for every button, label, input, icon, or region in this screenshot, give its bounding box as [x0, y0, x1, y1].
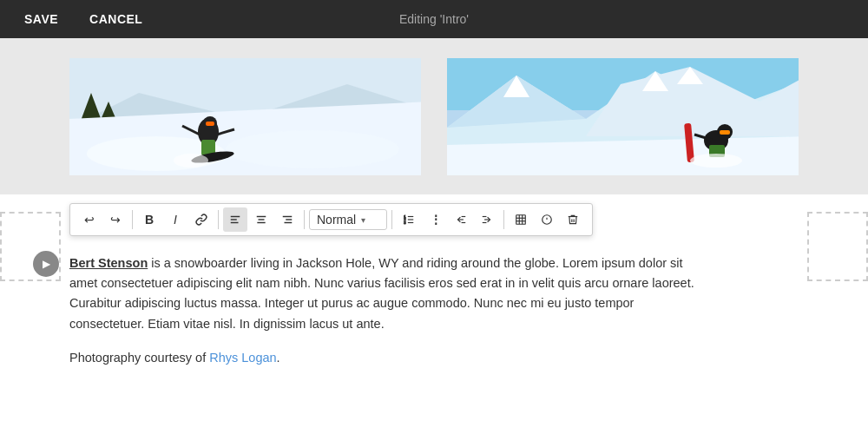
images-row — [0, 38, 868, 194]
svg-point-6 — [226, 130, 399, 168]
indent-right-button[interactable] — [475, 207, 499, 232]
photographer-link[interactable]: Rhys Logan — [209, 351, 276, 365]
paragraph-1-text: is a snowboarder living in Jackson Hole,… — [69, 256, 694, 331]
indent-left-button[interactable] — [449, 207, 473, 232]
paragraph-1: Bert Stenson is a snowboarder living in … — [69, 253, 694, 334]
svg-point-30 — [690, 154, 742, 168]
align-left-button[interactable] — [223, 207, 247, 232]
author-name: Bert Stenson — [69, 256, 148, 270]
top-toolbar: SAVE CANCEL Editing 'Intro' — [0, 0, 868, 38]
link-button[interactable] — [189, 207, 214, 232]
table-button[interactable] — [509, 207, 533, 232]
undo-button[interactable]: ↩ — [77, 207, 102, 232]
svg-rect-52 — [516, 215, 526, 225]
paragraph-2: Photography courtesy of Rhys Logan. — [69, 348, 694, 368]
cancel-button[interactable]: CANCEL — [82, 9, 149, 30]
photo-credit-suffix: . — [277, 351, 280, 365]
style-label: Normal — [317, 213, 356, 227]
separator-4 — [391, 210, 392, 229]
format-toolbar: ↩ ↪ B I — [69, 203, 593, 236]
image-right — [447, 58, 799, 175]
editing-title: Editing 'Intro' — [399, 12, 469, 26]
editor-area: ↩ ↪ B I — [0, 194, 868, 391]
style-dropdown[interactable]: Normal ▾ — [309, 209, 387, 230]
prev-arrow[interactable]: ▶ — [33, 251, 59, 277]
circle-button[interactable] — [535, 207, 559, 232]
dropdown-arrow: ▾ — [361, 215, 365, 225]
photo-credit-prefix: Photography courtesy of — [69, 351, 209, 365]
separator-3 — [304, 210, 305, 229]
delete-button[interactable] — [561, 207, 585, 232]
separator-1 — [132, 210, 133, 229]
svg-point-14 — [174, 154, 208, 168]
svg-rect-10 — [206, 122, 214, 126]
save-button[interactable]: SAVE — [17, 9, 65, 30]
align-right-button[interactable] — [275, 207, 299, 232]
align-center-button[interactable] — [249, 207, 273, 232]
redo-button[interactable]: ↪ — [103, 207, 128, 232]
image-left — [69, 58, 421, 175]
svg-rect-26 — [720, 130, 730, 135]
ordered-list-button[interactable]: 1 2 3 — [397, 207, 421, 232]
text-content-area[interactable]: Bert Stenson is a snowboarder living in … — [69, 236, 694, 368]
italic-button[interactable]: I — [163, 207, 187, 232]
separator-2 — [218, 210, 219, 229]
bold-button[interactable]: B — [137, 207, 161, 232]
svg-text:3: 3 — [404, 220, 406, 225]
main-content: ▶ ↩ ↪ B I — [0, 38, 868, 434]
more-options-button[interactable]: ⋮ — [423, 207, 447, 232]
separator-5 — [503, 210, 504, 229]
